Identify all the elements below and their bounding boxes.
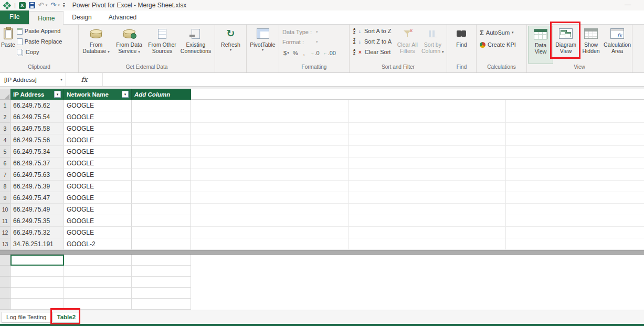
row-number[interactable]: 9 [0, 192, 10, 204]
cell-network-name[interactable]: GOOGLE [64, 123, 132, 134]
cell-add-column[interactable] [132, 111, 191, 123]
row-number[interactable]: 12 [0, 227, 10, 238]
row-number[interactable]: 6 [0, 157, 10, 169]
minimize-button[interactable]: — [620, 0, 636, 10]
diagram-view-button[interactable]: Diagram View [553, 26, 578, 64]
data-type-dropdown[interactable]: Data Type : [282, 27, 346, 37]
cell-ip-address[interactable]: 66.249.75.56 [10, 134, 64, 146]
cell-add-column[interactable] [132, 134, 191, 146]
sheet-tab-log-file-testing[interactable]: Log file Testing [2, 312, 51, 323]
cell-add-column[interactable] [132, 238, 191, 250]
sort-z-to-a-button[interactable]: Sort Z to A [351, 36, 395, 47]
sheet-tab-table2[interactable]: Table2 [52, 312, 81, 323]
tab-file[interactable]: File [0, 10, 29, 24]
from-other-sources-button[interactable]: From Other Sources [146, 26, 178, 64]
empty-cell[interactable] [132, 277, 191, 288]
cell-ip-address[interactable]: 66.249.75.58 [10, 123, 64, 134]
row-number[interactable] [0, 277, 10, 288]
percent-format-button[interactable]: % [292, 48, 299, 58]
empty-cell[interactable] [132, 288, 191, 299]
paste-replace-button[interactable]: Paste Replace [15, 36, 64, 47]
filter-dropdown-icon[interactable] [122, 91, 129, 98]
customize-toolbar-icon[interactable] [63, 3, 65, 8]
cell-network-name[interactable]: GOOGLE [64, 146, 132, 157]
row-number[interactable]: 3 [0, 123, 10, 134]
cell-network-name[interactable]: GOOGLE [64, 169, 132, 181]
show-hidden-button[interactable]: Show Hidden [578, 26, 604, 64]
cell-add-column[interactable] [132, 192, 191, 204]
formula-input[interactable] [103, 73, 644, 86]
cell-network-name[interactable]: GOOGLE [64, 100, 132, 111]
empty-cell[interactable] [64, 266, 132, 277]
horizontal-splitter[interactable] [0, 250, 644, 255]
save-icon[interactable] [29, 2, 35, 8]
excel-icon[interactable] [19, 2, 26, 9]
fewer-decimals-button[interactable]: →.0 [309, 48, 320, 58]
cell-ip-address[interactable]: 66.249.75.39 [10, 181, 64, 192]
autosum-button[interactable]: Σ AutoSum [478, 27, 525, 38]
tab-home[interactable]: Home [29, 11, 64, 25]
clear-sort-button[interactable]: Clear Sort [351, 47, 395, 57]
cell-add-column[interactable] [132, 123, 191, 134]
selected-cell[interactable] [10, 255, 64, 266]
redo-dropdown-icon[interactable]: ▾ [58, 3, 60, 7]
empty-cell[interactable] [10, 266, 64, 277]
cell-add-column[interactable] [132, 227, 191, 238]
column-header-ip-address[interactable]: IP Address [10, 89, 64, 100]
format-dropdown[interactable]: Format : [282, 37, 346, 47]
row-number[interactable]: 11 [0, 215, 10, 227]
cell-ip-address[interactable]: 66.249.75.63 [10, 169, 64, 181]
cell-ip-address[interactable]: 66.249.75.62 [10, 100, 64, 111]
cell-ip-address[interactable]: 66.249.75.37 [10, 157, 64, 169]
from-database-button[interactable]: From Database [80, 26, 112, 64]
cell-network-name[interactable]: GOOGLE [64, 227, 132, 238]
cell-ip-address[interactable]: 66.249.75.34 [10, 146, 64, 157]
cell-network-name[interactable]: GOOGLE [64, 181, 132, 192]
cell-network-name[interactable]: GOOGLE [64, 157, 132, 169]
cell-add-column[interactable] [132, 204, 191, 215]
pivottable-button[interactable]: PivotTable [248, 26, 278, 64]
cell-ip-address[interactable]: 66.249.75.54 [10, 111, 64, 123]
cell-add-column[interactable] [132, 181, 191, 192]
undo-dropdown-icon[interactable]: ▾ [46, 3, 48, 7]
create-kpi-button[interactable]: Create KPI [478, 39, 525, 50]
empty-cell[interactable] [10, 299, 64, 310]
cell-ip-address[interactable]: 66.249.75.32 [10, 227, 64, 238]
clear-all-filters-button[interactable]: Clear All Filters [395, 26, 419, 64]
cell-network-name[interactable]: GOOGLE [64, 215, 132, 227]
thousands-separator-button[interactable]: , [300, 48, 307, 58]
row-number[interactable]: 2 [0, 111, 10, 123]
cell-ip-address[interactable]: 66.249.75.47 [10, 192, 64, 204]
paste-button[interactable]: Paste [1, 26, 15, 64]
paste-append-button[interactable]: Paste Append [15, 26, 64, 36]
row-number[interactable]: 1 [0, 100, 10, 111]
select-all-corner[interactable] [0, 89, 10, 100]
cell-network-name[interactable]: GOOGLE [64, 204, 132, 215]
empty-cell[interactable] [64, 277, 132, 288]
sort-by-column-button[interactable]: Sort by Column [420, 26, 446, 64]
row-number[interactable] [0, 266, 10, 277]
tab-advanced[interactable]: Advanced [100, 10, 145, 24]
cell-add-column[interactable] [132, 157, 191, 169]
column-header-add-column[interactable]: Add Column [132, 89, 191, 100]
empty-cell[interactable] [132, 266, 191, 277]
row-number[interactable]: 7 [0, 169, 10, 181]
filter-dropdown-icon[interactable] [54, 91, 61, 98]
empty-cell[interactable] [64, 255, 132, 266]
tab-design[interactable]: Design [64, 10, 100, 24]
name-box-dropdown-icon[interactable] [60, 77, 62, 82]
find-button[interactable]: Find [449, 26, 474, 64]
calculation-area-button[interactable]: Calculation Area [604, 26, 631, 64]
fx-icon[interactable]: fx [66, 73, 103, 86]
from-data-service-button[interactable]: From Data Service [112, 26, 146, 64]
undo-icon[interactable]: ↶ [38, 2, 44, 8]
cell-add-column[interactable] [132, 215, 191, 227]
row-number[interactable]: 13 [0, 238, 10, 250]
more-decimals-button[interactable]: ←.00 [322, 48, 337, 58]
cell-ip-address[interactable]: 34.76.251.191 [10, 238, 64, 250]
row-number[interactable] [0, 299, 10, 310]
empty-cell[interactable] [10, 288, 64, 299]
cell-add-column[interactable] [132, 146, 191, 157]
currency-format-button[interactable]: $ [282, 48, 290, 58]
cell-ip-address[interactable]: 66.249.75.49 [10, 204, 64, 215]
